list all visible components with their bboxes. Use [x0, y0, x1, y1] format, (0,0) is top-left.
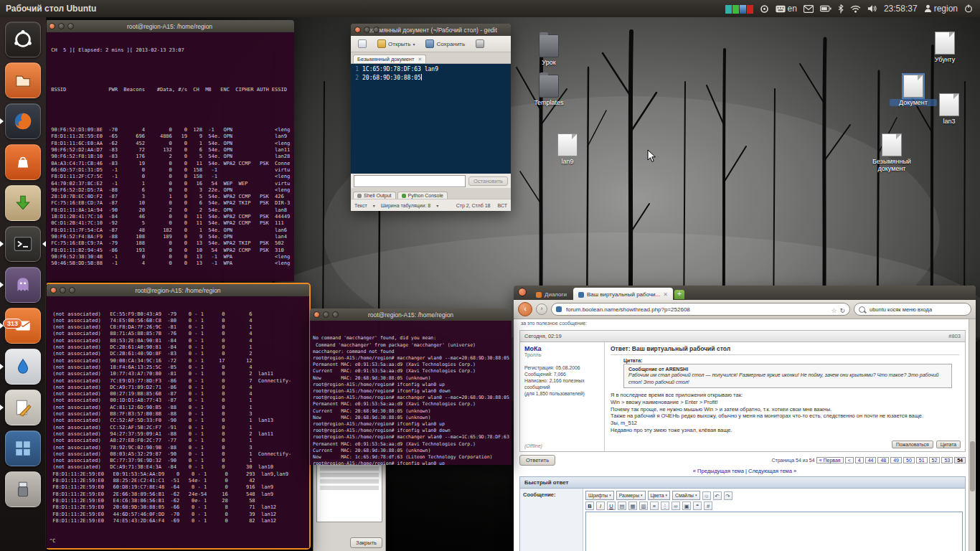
- keyboard-indicator[interactable]: en: [776, 4, 797, 14]
- stop-button[interactable]: Остановить: [468, 176, 508, 186]
- maximize-button[interactable]: [67, 23, 74, 29]
- image-icon[interactable]: [682, 501, 691, 510]
- search-input[interactable]: [868, 306, 966, 314]
- launcher-item-terminal[interactable]: [5, 226, 41, 262]
- highlight-mode[interactable]: Текст: [354, 203, 367, 208]
- reply-button[interactable]: Ответить: [519, 455, 555, 466]
- url-input[interactable]: [565, 306, 828, 314]
- session-gear-icon[interactable]: [760, 4, 769, 14]
- launcher-item-text-editor[interactable]: [5, 390, 41, 425]
- close-button[interactable]: [49, 23, 55, 29]
- command-input[interactable]: [354, 175, 466, 187]
- maximize-button[interactable]: [69, 287, 75, 293]
- dialog-file-list[interactable]: [316, 463, 382, 522]
- close-button[interactable]: [50, 287, 57, 293]
- desktop-icon-folder[interactable]: Урок: [525, 34, 573, 66]
- network-wifi-icon[interactable]: [850, 5, 861, 13]
- python-console-tab[interactable]: Python Console: [397, 192, 448, 199]
- redo-icon[interactable]: [724, 491, 732, 500]
- page-link[interactable]: 48: [877, 457, 889, 463]
- launcher-item-usb-drive[interactable]: [5, 471, 41, 507]
- save-button[interactable]: Сохранить: [422, 37, 468, 50]
- document-text[interactable]: 1C:65:9D:78:DF:63 lan920:68:9D:30:88:05: [360, 64, 511, 174]
- close-button[interactable]: Закрыть: [350, 537, 382, 548]
- scrollbar[interactable]: [969, 319, 976, 551]
- tab-close-icon[interactable]: ✕: [663, 291, 668, 298]
- new-tab-button[interactable]: +: [674, 290, 684, 299]
- launcher-item-files[interactable]: [5, 62, 41, 98]
- sizes-dropdown[interactable]: Размеры: [616, 491, 646, 500]
- print-button[interactable]: [472, 37, 488, 50]
- minimize-button[interactable]: [60, 287, 66, 293]
- minimize-button[interactable]: [323, 311, 329, 318]
- terminal-titlebar[interactable]: root@region-A15: /home/region: [310, 309, 512, 321]
- messages-icon[interactable]: [804, 5, 814, 13]
- terminal-titlebar[interactable]: root@region-A15: /home/region: [45, 20, 294, 32]
- launcher-item-torrent[interactable]: [5, 349, 41, 385]
- page-link[interactable]: 49: [890, 457, 902, 463]
- smiley-icon[interactable]: [702, 491, 711, 500]
- align-left-icon[interactable]: [618, 501, 626, 510]
- post-number[interactable]: #803: [948, 333, 961, 339]
- launcher-item-mail[interactable]: 313: [5, 308, 41, 344]
- system-monitor-indicator[interactable]: [725, 4, 753, 14]
- desktop-icon-untitled-document[interactable]: Безымянный документ: [868, 133, 915, 172]
- report-button[interactable]: Пожаловаться: [892, 441, 933, 448]
- tab-virtual-desktop[interactable]: Ваш виртуальный рабочи... ✕: [573, 288, 673, 300]
- power-icon[interactable]: [964, 4, 973, 13]
- battery-icon[interactable]: [820, 5, 831, 12]
- bullet-list-icon[interactable]: [650, 501, 659, 510]
- tab-width[interactable]: Ширина табуляции: 8: [381, 203, 431, 208]
- page-link[interactable]: 50: [903, 457, 915, 463]
- bluetooth-icon[interactable]: [838, 4, 844, 14]
- launcher-item-dash[interactable]: [5, 22, 41, 57]
- terminal-output[interactable]: CH 5 ][ Elapsed: 2 mins ][ 2013-02-13 23…: [45, 32, 294, 281]
- undo-icon[interactable]: [713, 491, 722, 500]
- user-menu[interactable]: region: [924, 4, 958, 14]
- launcher-item-software-center[interactable]: [5, 144, 41, 180]
- fonts-dropdown[interactable]: Шрифты: [585, 491, 614, 500]
- url-bar[interactable]: [551, 303, 850, 316]
- volume-icon[interactable]: [867, 4, 877, 13]
- window-close-button[interactable]: [518, 288, 527, 296]
- scrollbar-thumb[interactable]: [970, 441, 975, 491]
- launcher-item-messenger[interactable]: [5, 267, 41, 303]
- desktop-icon-lan9[interactable]: lan9: [544, 133, 591, 165]
- page-link[interactable]: 52: [929, 457, 941, 463]
- launcher-item-downloads[interactable]: [5, 185, 41, 221]
- reload-icon[interactable]: [839, 303, 845, 316]
- maximize-button[interactable]: [332, 311, 339, 318]
- page-link[interactable]: 44: [865, 457, 877, 463]
- terminal-titlebar[interactable]: root@region-A15: /home/region: [47, 284, 309, 296]
- bold-button[interactable]: B: [585, 501, 594, 510]
- prev-next-thread-links[interactable]: « Предыдущая тема | Следующая тема »: [514, 468, 976, 474]
- gedit-text-area[interactable]: 12 1C:65:9D:78:DF:63 lan920:68:9D:30:88:…: [351, 64, 511, 174]
- align-right-icon[interactable]: [639, 501, 648, 510]
- desktop-icon-lan3[interactable]: lan3: [925, 93, 973, 125]
- desktop-icon-ubuntu[interactable]: Убунту: [921, 32, 969, 63]
- page-link[interactable]: <: [845, 457, 854, 463]
- gedit-titlebar[interactable]: Безымянный документ (~/Рабочий стол) - g…: [351, 24, 511, 36]
- terminal-output[interactable]: (not associated) EC:55:F9:B0:43:A9 -79 0…: [47, 296, 309, 548]
- page-link[interactable]: 51: [916, 457, 928, 463]
- italic-button[interactable]: I: [596, 501, 605, 510]
- code-icon[interactable]: [704, 501, 712, 510]
- bookmark-star-icon[interactable]: [831, 303, 837, 316]
- tab-close-icon[interactable]: ✕: [418, 57, 422, 62]
- desktop-icon-templates[interactable]: Templates: [525, 75, 573, 106]
- minimize-button[interactable]: [58, 23, 65, 29]
- link-icon[interactable]: [672, 501, 680, 510]
- launcher-item-firefox[interactable]: [5, 103, 41, 139]
- align-center-icon[interactable]: [628, 501, 637, 510]
- author-link[interactable]: МоКа: [524, 345, 600, 352]
- page-link[interactable]: 53: [941, 457, 953, 463]
- quote-button[interactable]: Цитата: [936, 441, 961, 448]
- terminal-output[interactable]: No command 'macchanger' found, did you m…: [310, 321, 512, 465]
- search-bar[interactable]: [854, 303, 971, 316]
- page-link[interactable]: « Первая: [816, 457, 844, 463]
- smilies-dropdown[interactable]: Смайлы: [672, 491, 700, 500]
- clock[interactable]: 23:58:37: [884, 4, 918, 14]
- minimize-button[interactable]: [364, 27, 370, 33]
- new-document-button[interactable]: [354, 37, 370, 50]
- numbered-list-icon[interactable]: [661, 501, 669, 510]
